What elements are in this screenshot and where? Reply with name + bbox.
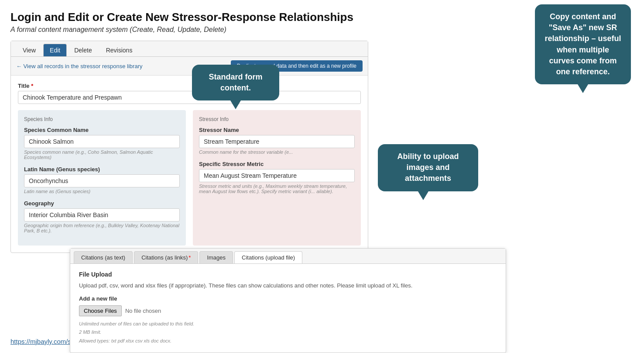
species-common-input[interactable] bbox=[24, 135, 180, 148]
tabs-bar: View Edit Delete Revisions bbox=[11, 41, 368, 57]
main-content-area: View Edit Delete Revisions ← View all re… bbox=[10, 41, 368, 253]
back-link[interactable]: ← View all records in the stressor respo… bbox=[16, 63, 143, 69]
species-common-group: Species Common Name Species common name … bbox=[24, 127, 180, 160]
two-col-section: Species Info Species Common Name Species… bbox=[18, 110, 361, 246]
cit-add-label: Add a new file bbox=[79, 295, 497, 302]
title-label: Title * bbox=[18, 83, 361, 89]
latin-label: Latin Name (Genus species) bbox=[24, 166, 180, 173]
tab-revisions[interactable]: Revisions bbox=[99, 44, 139, 56]
cit-section-title: File Upload bbox=[79, 271, 497, 278]
geography-label: Geography bbox=[24, 200, 180, 207]
file-hint-2: 2 MB limit. bbox=[79, 328, 497, 337]
stressor-metric-group: Specific Stressor Metric Stressor metric… bbox=[199, 161, 355, 194]
title-group: Title * bbox=[18, 83, 361, 104]
stressor-name-hint: Common name for the stressor variable (e… bbox=[199, 149, 355, 155]
title-input[interactable] bbox=[18, 91, 361, 104]
callout-standard: Standard form content. bbox=[192, 65, 279, 100]
form-body: Title * Species Info Species Common Name… bbox=[11, 76, 368, 253]
species-info-section: Species Info Species Common Name Species… bbox=[18, 110, 186, 246]
geography-group: Geography Geographic origin from referen… bbox=[24, 200, 180, 233]
tab-edit[interactable]: Edit bbox=[43, 44, 67, 56]
cit-tab-links[interactable]: Citations (as links)* bbox=[134, 251, 198, 263]
stressor-info-section: Stressor Info Stressor Name Common name … bbox=[193, 110, 361, 246]
file-hints: Unlimited number of files can be uploade… bbox=[79, 320, 497, 346]
tab-delete[interactable]: Delete bbox=[68, 44, 98, 56]
file-hint-3: Allowed types: txt pdf xlsx csv xls doc … bbox=[79, 337, 497, 346]
title-required: * bbox=[31, 83, 33, 89]
callout-upload: Ability to upload images and attachments bbox=[378, 144, 478, 191]
stressor-name-input[interactable] bbox=[199, 135, 355, 148]
citations-tabs: Citations (as text) Citations (as links)… bbox=[70, 249, 506, 264]
stressor-metric-input[interactable] bbox=[199, 169, 355, 182]
geography-input[interactable] bbox=[24, 208, 180, 221]
tab-view[interactable]: View bbox=[16, 44, 42, 56]
species-section-title: Species Info bbox=[24, 116, 180, 122]
stressor-metric-label: Specific Stressor Metric bbox=[199, 161, 355, 167]
stressor-section-title: Stressor Info bbox=[199, 116, 355, 122]
latin-hint: Latin name as (Genus species) bbox=[24, 189, 180, 194]
no-file-label: No file chosen bbox=[125, 308, 161, 314]
citations-panel: Citations (as text) Citations (as links)… bbox=[70, 248, 506, 353]
latin-group: Latin Name (Genus species) Latin name as… bbox=[24, 166, 180, 194]
file-input-row: Choose Files No file chosen bbox=[79, 305, 497, 316]
latin-input[interactable] bbox=[24, 174, 180, 187]
geography-hint: Geographic origin from reference (e.g., … bbox=[24, 223, 180, 233]
toolbar: ← View all records in the stressor respo… bbox=[11, 57, 368, 76]
stressor-name-label: Stressor Name bbox=[199, 127, 355, 133]
cit-tab-images[interactable]: Images bbox=[199, 251, 233, 263]
callout-saveas: Copy content and "Save As" new SR relati… bbox=[535, 4, 631, 84]
stressor-metric-hint: Stressor metric and units (e.g., Maximum… bbox=[199, 183, 355, 194]
cit-tab-text[interactable]: Citations (as text) bbox=[74, 251, 133, 263]
citations-body: File Upload Upload pdf, csv, word and xl… bbox=[70, 264, 506, 353]
stressor-name-group: Stressor Name Common name for the stress… bbox=[199, 127, 355, 155]
species-common-label: Species Common Name bbox=[24, 127, 180, 133]
species-common-hint: Species common name (e.g., Coho Salmon, … bbox=[24, 149, 180, 160]
file-hint-1: Unlimited number of files can be uploade… bbox=[79, 320, 497, 329]
cit-tab-upload[interactable]: Citations (upload file) bbox=[234, 251, 302, 263]
cit-description: Upload pdf, csv, word and xlsx files (if… bbox=[79, 281, 497, 290]
choose-files-button[interactable]: Choose Files bbox=[79, 305, 122, 316]
